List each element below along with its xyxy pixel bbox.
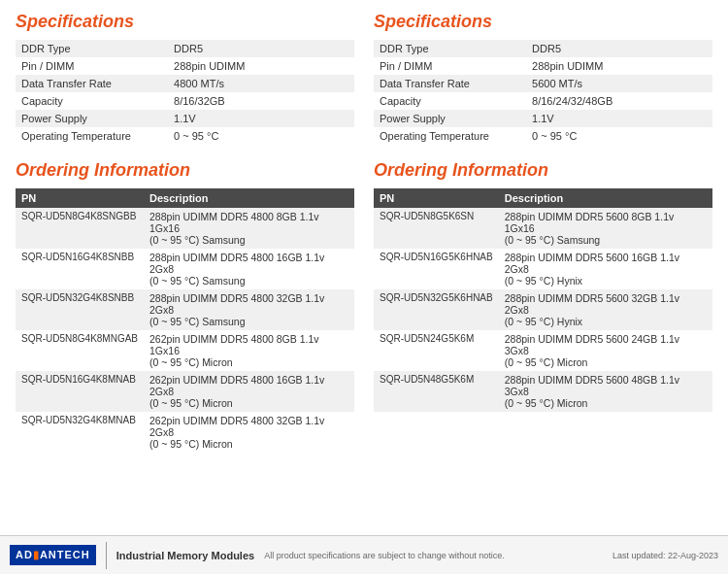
footer-notice: All product specifications are subject t… (264, 551, 612, 560)
right-spec-row: Pin / DIMM288pin UDIMM (374, 57, 712, 75)
spec-value: 288pin UDIMM (168, 57, 354, 75)
ordering-desc: 288pin UDIMM DDR5 4800 8GB 1.1v 1Gx16(0 … (144, 208, 354, 249)
spec-label: DDR Type (16, 40, 168, 57)
right-ordering-row: SQR-UD5N48G5K6M288pin UDIMM DDR5 5600 48… (374, 371, 712, 412)
spec-value: 0 ~ 95 °C (168, 127, 354, 145)
spec-value: DDR5 (168, 40, 354, 57)
right-spec-row: Power Supply1.1V (374, 110, 712, 127)
spec-label: Operating Temperature (16, 127, 168, 145)
spec-value: 8/16/24/32/48GB (526, 92, 712, 110)
left-spec-row: Pin / DIMM288pin UDIMM (16, 57, 354, 75)
left-spec-row: Data Transfer Rate4800 MT/s (16, 75, 354, 92)
footer-logo: AD▮ANTECH (10, 545, 96, 565)
ordering-desc: 288pin UDIMM DDR5 4800 16GB 1.1v 2Gx8(0 … (144, 249, 354, 289)
footer-brand: AD▮ANTECH (10, 545, 96, 565)
left-spec-row: Capacity8/16/32GB (16, 92, 354, 110)
ordering-pn: SQR-UD5N32G4K8MNAB (16, 412, 144, 453)
footer-date: Last updated: 22-Aug-2023 (612, 551, 718, 560)
left-spec-row: Power Supply1.1V (16, 110, 354, 127)
spec-label: Power Supply (16, 110, 168, 127)
right-spec-row: Capacity8/16/24/32/48GB (374, 92, 712, 110)
spec-value: 4800 MT/s (168, 75, 354, 92)
right-ordering-row: SQR-UD5N8G5K6SN288pin UDIMM DDR5 5600 8G… (374, 208, 712, 249)
spec-value: 1.1V (168, 110, 354, 127)
spec-label: Pin / DIMM (16, 57, 168, 75)
left-specs-title: Specifications (16, 12, 354, 32)
right-spec-row: Data Transfer Rate5600 MT/s (374, 75, 712, 92)
ordering-pn: SQR-UD5N8G5K6SN (374, 208, 499, 249)
left-ordering-row: SQR-UD5N8G4K8SNGBB288pin UDIMM DDR5 4800… (16, 208, 354, 249)
left-ordering-row: SQR-UD5N32G4K8SNBB288pin UDIMM DDR5 4800… (16, 289, 354, 330)
main-content: Specifications DDR TypeDDR5Pin / DIMM288… (0, 0, 728, 511)
ordering-desc: 288pin UDIMM DDR5 5600 48GB 1.1v 3Gx8(0 … (499, 371, 712, 412)
right-ordering-row: SQR-UD5N32G5K6HNAB288pin UDIMM DDR5 5600… (374, 289, 712, 330)
spec-value: 5600 MT/s (526, 75, 712, 92)
ordering-pn: SQR-UD5N16G5K6HNAB (374, 249, 499, 289)
footer-divider (106, 542, 107, 569)
spec-value: 1.1V (526, 110, 712, 127)
right-spec-row: Operating Temperature0 ~ 95 °C (374, 127, 712, 145)
left-ordering-row: SQR-UD5N16G4K8MNAB262pin UDIMM DDR5 4800… (16, 371, 354, 412)
spec-value: 0 ~ 95 °C (526, 127, 712, 145)
right-column: Specifications DDR TypeDDR5Pin / DIMM288… (374, 12, 712, 453)
ordering-pn: SQR-UD5N32G5K6HNAB (374, 289, 499, 330)
left-spec-row: Operating Temperature0 ~ 95 °C (16, 127, 354, 145)
right-specs-title: Specifications (374, 12, 712, 32)
left-ordering-table: PNDescription SQR-UD5N8G4K8SNGBB288pin U… (16, 188, 354, 453)
ordering-desc: 262pin UDIMM DDR5 4800 8GB 1.1v 1Gx16(0 … (144, 330, 354, 371)
spec-value: 8/16/32GB (168, 92, 354, 110)
spec-value: DDR5 (526, 40, 712, 57)
footer: AD▮ANTECH Industrial Memory Modules All … (0, 535, 728, 574)
ordering-pn: SQR-UD5N8G4K8SNGBB (16, 208, 144, 249)
ordering-pn: SQR-UD5N32G4K8SNBB (16, 289, 144, 330)
spec-value: 288pin UDIMM (526, 57, 712, 75)
ordering-desc: 288pin UDIMM DDR5 5600 8GB 1.1v 1Gx16(0 … (499, 208, 712, 249)
ordering-desc: 262pin UDIMM DDR5 4800 16GB 1.1v 2Gx8(0 … (144, 371, 354, 412)
ordering-desc: 262pin UDIMM DDR5 4800 32GB 1.1v 2Gx8(0 … (144, 412, 354, 453)
ordering-desc: 288pin UDIMM DDR5 5600 16GB 1.1v 2Gx8(0 … (499, 249, 712, 289)
right-ordering-row: SQR-UD5N24G5K6M288pin UDIMM DDR5 5600 24… (374, 330, 712, 371)
spec-label: Pin / DIMM (374, 57, 526, 75)
spec-label: Data Transfer Rate (374, 75, 526, 92)
spec-label: Power Supply (374, 110, 526, 127)
ordering-pn: SQR-UD5N8G4K8MNGAB (16, 330, 144, 371)
left-spec-table: DDR TypeDDR5Pin / DIMM288pin UDIMMData T… (16, 40, 354, 145)
ordering-pn: SQR-UD5N16G4K8MNAB (16, 371, 144, 412)
spec-label: Operating Temperature (374, 127, 526, 145)
left-ordering-row: SQR-UD5N8G4K8MNGAB262pin UDIMM DDR5 4800… (16, 330, 354, 371)
ordering-desc: 288pin UDIMM DDR5 4800 32GB 1.1v 2Gx8(0 … (144, 289, 354, 330)
right-spec-row: DDR TypeDDR5 (374, 40, 712, 57)
ordering-header-cell: Description (499, 188, 712, 208)
right-ordering-row: SQR-UD5N16G5K6HNAB288pin UDIMM DDR5 5600… (374, 249, 712, 289)
left-ordering-row: SQR-UD5N32G4K8MNAB262pin UDIMM DDR5 4800… (16, 412, 354, 453)
spec-label: DDR Type (374, 40, 526, 57)
spec-label: Capacity (16, 92, 168, 110)
left-ordering-row: SQR-UD5N16G4K8SNBB288pin UDIMM DDR5 4800… (16, 249, 354, 289)
right-ordering-title: Ordering Information (374, 160, 712, 181)
left-column: Specifications DDR TypeDDR5Pin / DIMM288… (16, 12, 354, 453)
ordering-desc: 288pin UDIMM DDR5 5600 32GB 1.1v 2Gx8(0 … (499, 289, 712, 330)
left-ordering-title: Ordering Information (16, 160, 354, 181)
ordering-pn: SQR-UD5N16G4K8SNBB (16, 249, 144, 289)
ordering-pn: SQR-UD5N24G5K6M (374, 330, 499, 371)
right-spec-table: DDR TypeDDR5Pin / DIMM288pin UDIMMData T… (374, 40, 712, 145)
ordering-header-cell: PN (374, 188, 499, 208)
right-ordering-table: PNDescription SQR-UD5N8G5K6SN288pin UDIM… (374, 188, 712, 412)
spec-label: Capacity (374, 92, 526, 110)
left-spec-row: DDR TypeDDR5 (16, 40, 354, 57)
ordering-header-cell: Description (144, 188, 354, 208)
ordering-header-cell: PN (16, 188, 144, 208)
ordering-desc: 288pin UDIMM DDR5 5600 24GB 1.1v 3Gx8(0 … (499, 330, 712, 371)
ordering-pn: SQR-UD5N48G5K6M (374, 371, 499, 412)
footer-tagline: Industrial Memory Modules (116, 550, 254, 561)
spec-label: Data Transfer Rate (16, 75, 168, 92)
